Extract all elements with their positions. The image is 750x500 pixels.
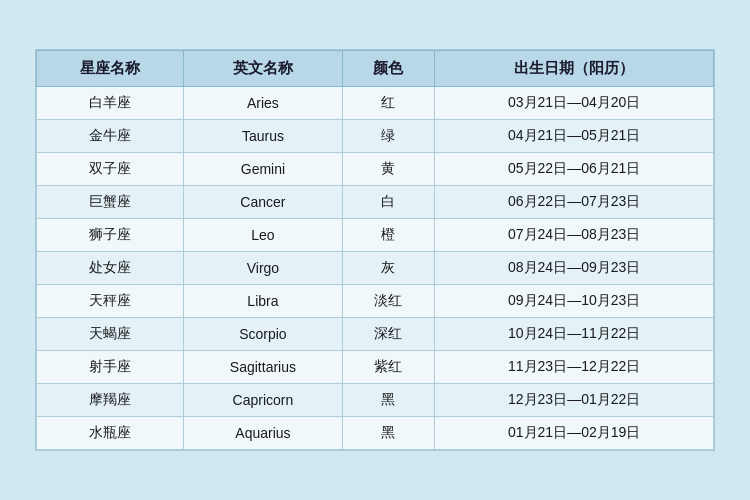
table-row: 天蝎座Scorpio深红10月24日—11月22日: [37, 318, 714, 351]
cell-chinese-name: 水瓶座: [37, 417, 184, 450]
zodiac-table-container: 星座名称 英文名称 颜色 出生日期（阳历） 白羊座Aries红03月21日—04…: [35, 49, 715, 451]
cell-chinese-name: 巨蟹座: [37, 186, 184, 219]
cell-chinese-name: 处女座: [37, 252, 184, 285]
cell-chinese-name: 摩羯座: [37, 384, 184, 417]
header-english-name: 英文名称: [184, 51, 342, 87]
table-row: 金牛座Taurus绿04月21日—05月21日: [37, 120, 714, 153]
cell-english-name: Scorpio: [184, 318, 342, 351]
cell-english-name: Taurus: [184, 120, 342, 153]
cell-chinese-name: 狮子座: [37, 219, 184, 252]
cell-color: 红: [342, 87, 435, 120]
table-header-row: 星座名称 英文名称 颜色 出生日期（阳历）: [37, 51, 714, 87]
cell-dates: 10月24日—11月22日: [435, 318, 714, 351]
table-row: 白羊座Aries红03月21日—04月20日: [37, 87, 714, 120]
cell-english-name: Sagittarius: [184, 351, 342, 384]
table-body: 白羊座Aries红03月21日—04月20日金牛座Taurus绿04月21日—0…: [37, 87, 714, 450]
cell-dates: 11月23日—12月22日: [435, 351, 714, 384]
cell-color: 紫红: [342, 351, 435, 384]
cell-color: 橙: [342, 219, 435, 252]
cell-english-name: Gemini: [184, 153, 342, 186]
cell-color: 黑: [342, 384, 435, 417]
table-row: 狮子座Leo橙07月24日—08月23日: [37, 219, 714, 252]
cell-english-name: Leo: [184, 219, 342, 252]
table-row: 双子座Gemini黄05月22日—06月21日: [37, 153, 714, 186]
header-color: 颜色: [342, 51, 435, 87]
cell-dates: 07月24日—08月23日: [435, 219, 714, 252]
cell-color: 白: [342, 186, 435, 219]
header-chinese-name: 星座名称: [37, 51, 184, 87]
cell-dates: 04月21日—05月21日: [435, 120, 714, 153]
cell-chinese-name: 金牛座: [37, 120, 184, 153]
cell-color: 灰: [342, 252, 435, 285]
cell-color: 深红: [342, 318, 435, 351]
header-dates: 出生日期（阳历）: [435, 51, 714, 87]
cell-color: 淡红: [342, 285, 435, 318]
cell-english-name: Capricorn: [184, 384, 342, 417]
table-row: 处女座Virgo灰08月24日—09月23日: [37, 252, 714, 285]
cell-dates: 05月22日—06月21日: [435, 153, 714, 186]
cell-chinese-name: 白羊座: [37, 87, 184, 120]
cell-color: 黄: [342, 153, 435, 186]
cell-chinese-name: 射手座: [37, 351, 184, 384]
cell-color: 黑: [342, 417, 435, 450]
cell-color: 绿: [342, 120, 435, 153]
table-row: 巨蟹座Cancer白06月22日—07月23日: [37, 186, 714, 219]
cell-dates: 01月21日—02月19日: [435, 417, 714, 450]
cell-dates: 08月24日—09月23日: [435, 252, 714, 285]
cell-english-name: Libra: [184, 285, 342, 318]
cell-chinese-name: 双子座: [37, 153, 184, 186]
table-row: 水瓶座Aquarius黑01月21日—02月19日: [37, 417, 714, 450]
cell-dates: 09月24日—10月23日: [435, 285, 714, 318]
table-row: 摩羯座Capricorn黑12月23日—01月22日: [37, 384, 714, 417]
cell-english-name: Cancer: [184, 186, 342, 219]
cell-chinese-name: 天蝎座: [37, 318, 184, 351]
table-row: 天秤座Libra淡红09月24日—10月23日: [37, 285, 714, 318]
cell-english-name: Aquarius: [184, 417, 342, 450]
cell-dates: 06月22日—07月23日: [435, 186, 714, 219]
zodiac-table: 星座名称 英文名称 颜色 出生日期（阳历） 白羊座Aries红03月21日—04…: [36, 50, 714, 450]
cell-dates: 12月23日—01月22日: [435, 384, 714, 417]
cell-english-name: Aries: [184, 87, 342, 120]
cell-chinese-name: 天秤座: [37, 285, 184, 318]
cell-dates: 03月21日—04月20日: [435, 87, 714, 120]
cell-english-name: Virgo: [184, 252, 342, 285]
table-row: 射手座Sagittarius紫红11月23日—12月22日: [37, 351, 714, 384]
